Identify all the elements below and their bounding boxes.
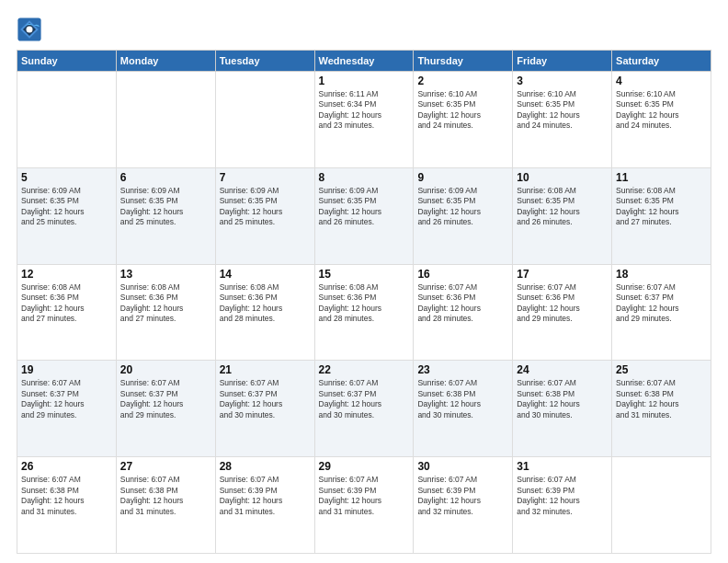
calendar-cell: 30Sunrise: 6:07 AM Sunset: 6:39 PM Dayli… [414, 457, 513, 554]
week-row-0: 1Sunrise: 6:11 AM Sunset: 6:34 PM Daylig… [17, 72, 711, 168]
weekday-header-tuesday: Tuesday [215, 51, 314, 72]
cell-info: Sunrise: 6:07 AM Sunset: 6:36 PM Dayligh… [417, 282, 508, 325]
cell-info: Sunrise: 6:07 AM Sunset: 6:38 PM Dayligh… [417, 378, 508, 420]
calendar-cell: 26Sunrise: 6:07 AM Sunset: 6:38 PM Dayli… [17, 457, 117, 554]
general-blue-icon [17, 17, 42, 42]
day-number: 16 [417, 268, 508, 281]
day-number: 30 [417, 460, 508, 473]
calendar-cell: 28Sunrise: 6:07 AM Sunset: 6:39 PM Dayli… [215, 457, 314, 554]
calendar-cell: 20Sunrise: 6:07 AM Sunset: 6:37 PM Dayli… [116, 361, 215, 457]
cell-info: Sunrise: 6:10 AM Sunset: 6:35 PM Dayligh… [616, 89, 707, 132]
calendar-cell: 12Sunrise: 6:08 AM Sunset: 6:36 PM Dayli… [17, 264, 117, 361]
weekday-header-thursday: Thursday [414, 51, 513, 72]
calendar-table: SundayMondayTuesdayWednesdayThursdayFrid… [17, 50, 711, 554]
calendar-cell [612, 457, 711, 554]
calendar-cell: 13Sunrise: 6:08 AM Sunset: 6:36 PM Dayli… [116, 264, 215, 361]
calendar-cell [17, 72, 117, 168]
calendar-cell [116, 72, 215, 168]
calendar-cell: 27Sunrise: 6:07 AM Sunset: 6:38 PM Dayli… [116, 457, 215, 554]
calendar-cell: 11Sunrise: 6:08 AM Sunset: 6:35 PM Dayli… [612, 167, 711, 264]
cell-info: Sunrise: 6:07 AM Sunset: 6:39 PM Dayligh… [417, 475, 508, 517]
calendar-cell: 14Sunrise: 6:08 AM Sunset: 6:36 PM Dayli… [215, 264, 314, 361]
calendar-cell: 17Sunrise: 6:07 AM Sunset: 6:36 PM Dayli… [513, 264, 612, 361]
day-number: 5 [21, 171, 112, 184]
cell-info: Sunrise: 6:09 AM Sunset: 6:35 PM Dayligh… [319, 186, 410, 228]
header [17, 17, 711, 42]
calendar-cell: 5Sunrise: 6:09 AM Sunset: 6:35 PM Daylig… [17, 167, 117, 264]
calendar-cell: 29Sunrise: 6:07 AM Sunset: 6:39 PM Dayli… [314, 457, 414, 554]
calendar-cell: 21Sunrise: 6:07 AM Sunset: 6:37 PM Dayli… [215, 361, 314, 457]
day-number: 10 [517, 171, 608, 184]
day-number: 11 [616, 171, 707, 184]
calendar-cell: 9Sunrise: 6:09 AM Sunset: 6:35 PM Daylig… [414, 167, 513, 264]
day-number: 14 [220, 268, 311, 281]
cell-info: Sunrise: 6:07 AM Sunset: 6:39 PM Dayligh… [319, 475, 410, 517]
cell-info: Sunrise: 6:08 AM Sunset: 6:36 PM Dayligh… [319, 282, 410, 325]
calendar-cell: 3Sunrise: 6:10 AM Sunset: 6:35 PM Daylig… [513, 72, 612, 168]
cell-info: Sunrise: 6:07 AM Sunset: 6:37 PM Dayligh… [21, 378, 112, 420]
day-number: 8 [319, 171, 410, 184]
calendar-cell: 25Sunrise: 6:07 AM Sunset: 6:38 PM Dayli… [612, 361, 711, 457]
calendar-cell [215, 72, 314, 168]
cell-info: Sunrise: 6:07 AM Sunset: 6:38 PM Dayligh… [120, 475, 211, 517]
day-number: 7 [220, 171, 311, 184]
cell-info: Sunrise: 6:09 AM Sunset: 6:35 PM Dayligh… [120, 186, 211, 228]
cell-info: Sunrise: 6:10 AM Sunset: 6:35 PM Dayligh… [517, 89, 608, 132]
week-row-2: 12Sunrise: 6:08 AM Sunset: 6:36 PM Dayli… [17, 264, 711, 361]
day-number: 25 [616, 363, 707, 376]
weekday-header-wednesday: Wednesday [314, 51, 414, 72]
day-number: 23 [417, 363, 508, 376]
calendar-cell: 31Sunrise: 6:07 AM Sunset: 6:39 PM Dayli… [513, 457, 612, 554]
cell-info: Sunrise: 6:07 AM Sunset: 6:38 PM Dayligh… [21, 475, 112, 517]
day-number: 1 [319, 75, 410, 87]
page: SundayMondayTuesdayWednesdayThursdayFrid… [0, 0, 728, 563]
calendar-cell: 15Sunrise: 6:08 AM Sunset: 6:36 PM Dayli… [314, 264, 414, 361]
calendar-cell: 23Sunrise: 6:07 AM Sunset: 6:38 PM Dayli… [414, 361, 513, 457]
cell-info: Sunrise: 6:07 AM Sunset: 6:37 PM Dayligh… [120, 378, 211, 420]
svg-point-3 [27, 27, 33, 33]
cell-info: Sunrise: 6:07 AM Sunset: 6:38 PM Dayligh… [616, 378, 707, 420]
day-number: 28 [220, 460, 311, 473]
cell-info: Sunrise: 6:07 AM Sunset: 6:37 PM Dayligh… [319, 378, 410, 420]
cell-info: Sunrise: 6:08 AM Sunset: 6:36 PM Dayligh… [21, 282, 112, 325]
cell-info: Sunrise: 6:09 AM Sunset: 6:35 PM Dayligh… [417, 186, 508, 228]
calendar-cell: 16Sunrise: 6:07 AM Sunset: 6:36 PM Dayli… [414, 264, 513, 361]
cell-info: Sunrise: 6:07 AM Sunset: 6:38 PM Dayligh… [517, 378, 608, 420]
cell-info: Sunrise: 6:08 AM Sunset: 6:35 PM Dayligh… [517, 186, 608, 228]
week-row-3: 19Sunrise: 6:07 AM Sunset: 6:37 PM Dayli… [17, 361, 711, 457]
day-number: 24 [517, 363, 608, 376]
day-number: 12 [21, 268, 112, 281]
day-number: 31 [517, 460, 608, 473]
logo [17, 17, 46, 42]
calendar-cell: 19Sunrise: 6:07 AM Sunset: 6:37 PM Dayli… [17, 361, 117, 457]
cell-info: Sunrise: 6:08 AM Sunset: 6:36 PM Dayligh… [220, 282, 311, 325]
week-row-4: 26Sunrise: 6:07 AM Sunset: 6:38 PM Dayli… [17, 457, 711, 554]
day-number: 9 [417, 171, 508, 184]
day-number: 18 [616, 268, 707, 281]
day-number: 15 [319, 268, 410, 281]
cell-info: Sunrise: 6:07 AM Sunset: 6:39 PM Dayligh… [220, 475, 311, 517]
cell-info: Sunrise: 6:08 AM Sunset: 6:35 PM Dayligh… [616, 186, 707, 228]
weekday-header-saturday: Saturday [612, 51, 711, 72]
cell-info: Sunrise: 6:08 AM Sunset: 6:36 PM Dayligh… [120, 282, 211, 325]
day-number: 26 [21, 460, 112, 473]
calendar-cell: 7Sunrise: 6:09 AM Sunset: 6:35 PM Daylig… [215, 167, 314, 264]
weekday-header-row: SundayMondayTuesdayWednesdayThursdayFrid… [17, 51, 711, 72]
calendar-cell: 18Sunrise: 6:07 AM Sunset: 6:37 PM Dayli… [612, 264, 711, 361]
day-number: 3 [517, 75, 608, 87]
cell-info: Sunrise: 6:07 AM Sunset: 6:37 PM Dayligh… [220, 378, 311, 420]
cell-info: Sunrise: 6:07 AM Sunset: 6:37 PM Dayligh… [616, 282, 707, 325]
cell-info: Sunrise: 6:10 AM Sunset: 6:35 PM Dayligh… [417, 89, 508, 132]
calendar-cell: 24Sunrise: 6:07 AM Sunset: 6:38 PM Dayli… [513, 361, 612, 457]
calendar-cell: 2Sunrise: 6:10 AM Sunset: 6:35 PM Daylig… [414, 72, 513, 168]
day-number: 13 [120, 268, 211, 281]
week-row-1: 5Sunrise: 6:09 AM Sunset: 6:35 PM Daylig… [17, 167, 711, 264]
weekday-header-friday: Friday [513, 51, 612, 72]
cell-info: Sunrise: 6:07 AM Sunset: 6:39 PM Dayligh… [517, 475, 608, 517]
cell-info: Sunrise: 6:11 AM Sunset: 6:34 PM Dayligh… [319, 89, 410, 132]
calendar-cell: 6Sunrise: 6:09 AM Sunset: 6:35 PM Daylig… [116, 167, 215, 264]
calendar-cell: 10Sunrise: 6:08 AM Sunset: 6:35 PM Dayli… [513, 167, 612, 264]
day-number: 29 [319, 460, 410, 473]
cell-info: Sunrise: 6:09 AM Sunset: 6:35 PM Dayligh… [21, 186, 112, 228]
calendar-cell: 22Sunrise: 6:07 AM Sunset: 6:37 PM Dayli… [314, 361, 414, 457]
